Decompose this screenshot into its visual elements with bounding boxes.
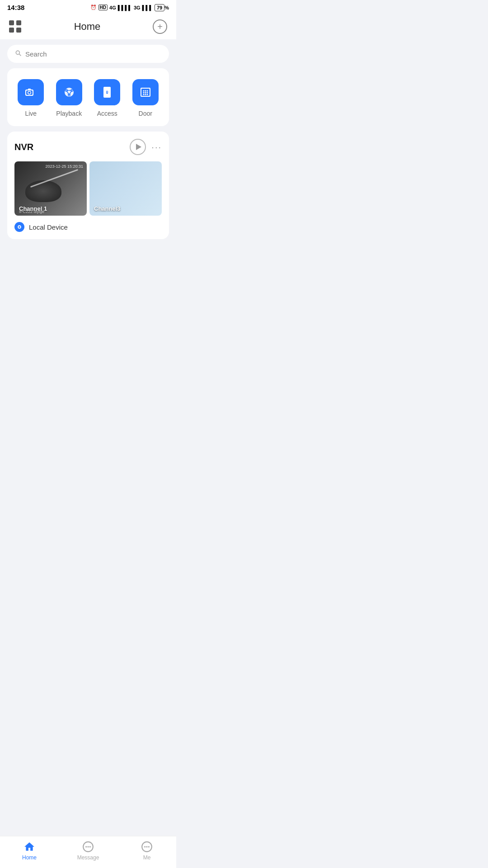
- nvr-header: NVR ···: [14, 139, 162, 155]
- nvr-section: NVR ··· 2023-12-25 15:20:31 Channel 1 IP…: [7, 132, 169, 239]
- svg-point-27: [145, 94, 146, 95]
- quick-actions-panel: Live Playback: [7, 68, 169, 126]
- channel-1-timestamp: 2023-12-25 15:20:31: [45, 164, 83, 169]
- access-icon-bg: [94, 79, 120, 105]
- svg-point-20: [143, 90, 144, 92]
- svg-point-21: [145, 90, 146, 92]
- live-action[interactable]: Live: [18, 79, 44, 117]
- status-icons: ⏰ HD 4G ▌▌▌▌ 3G ▌▌▌ 79%: [90, 5, 169, 10]
- status-bar: 14:38 ⏰ HD 4G ▌▌▌▌ 3G ▌▌▌ 79%: [0, 0, 176, 14]
- playback-action[interactable]: Playback: [56, 79, 82, 117]
- live-icon-bg: [18, 79, 44, 105]
- access-label: Access: [97, 110, 117, 117]
- svg-point-3: [28, 92, 31, 94]
- add-button[interactable]: +: [153, 19, 167, 34]
- door-label: Door: [139, 110, 152, 117]
- svg-point-28: [146, 94, 148, 95]
- channel-1-sublabel: IPC222 diyige: [19, 209, 44, 216]
- camera-object: [25, 180, 61, 202]
- door-icon-bg: [132, 79, 159, 105]
- local-device-label: Local Device: [29, 223, 68, 231]
- search-icon: [14, 49, 22, 58]
- svg-point-26: [143, 94, 144, 95]
- hd-badge: HD: [99, 5, 108, 10]
- access-action[interactable]: Access: [94, 79, 120, 117]
- search-input[interactable]: [25, 50, 162, 58]
- battery-icon: 79%: [155, 5, 169, 10]
- nvr-more-button[interactable]: ···: [151, 142, 162, 152]
- camera-grid: 2023-12-25 15:20:31 Channel 1 IPC222 diy…: [14, 161, 162, 216]
- svg-rect-17: [107, 91, 108, 93]
- playback-label: Playback: [56, 110, 82, 117]
- signal-3g: 3G: [134, 5, 141, 10]
- playback-icon-bg: [56, 79, 82, 105]
- local-device-row[interactable]: Local Device: [14, 222, 162, 232]
- svg-point-24: [145, 92, 146, 94]
- local-device-icon: [14, 222, 24, 232]
- signal-bar-3g: ▌▌▌: [142, 5, 153, 10]
- app-header: Home +: [0, 14, 176, 39]
- channel-1-cell[interactable]: 2023-12-25 15:20:31 Channel 1 IPC222 diy…: [14, 161, 87, 216]
- play-triangle-icon: [136, 144, 141, 150]
- door-action[interactable]: Door: [132, 79, 159, 117]
- channel-3-cell[interactable]: Channel3: [89, 161, 162, 216]
- nvr-controls: ···: [130, 139, 162, 155]
- grid-menu-button[interactable]: [9, 20, 22, 33]
- svg-point-30: [19, 226, 20, 228]
- status-time: 14:38: [7, 4, 24, 11]
- nvr-title: NVR: [14, 142, 33, 152]
- live-label: Live: [25, 110, 37, 117]
- signal-4g: 4G: [109, 5, 116, 10]
- channel-3-label: Channel3: [94, 205, 121, 212]
- svg-point-22: [146, 90, 148, 92]
- alarm-icon: ⏰: [90, 5, 97, 10]
- search-bar: [7, 45, 169, 63]
- svg-rect-4: [28, 89, 31, 90]
- signal-bar-4g: ▌▌▌▌: [118, 5, 132, 10]
- svg-point-23: [143, 92, 144, 94]
- svg-point-25: [146, 92, 148, 94]
- page-title: Home: [74, 21, 101, 33]
- nvr-play-button[interactable]: [130, 139, 146, 155]
